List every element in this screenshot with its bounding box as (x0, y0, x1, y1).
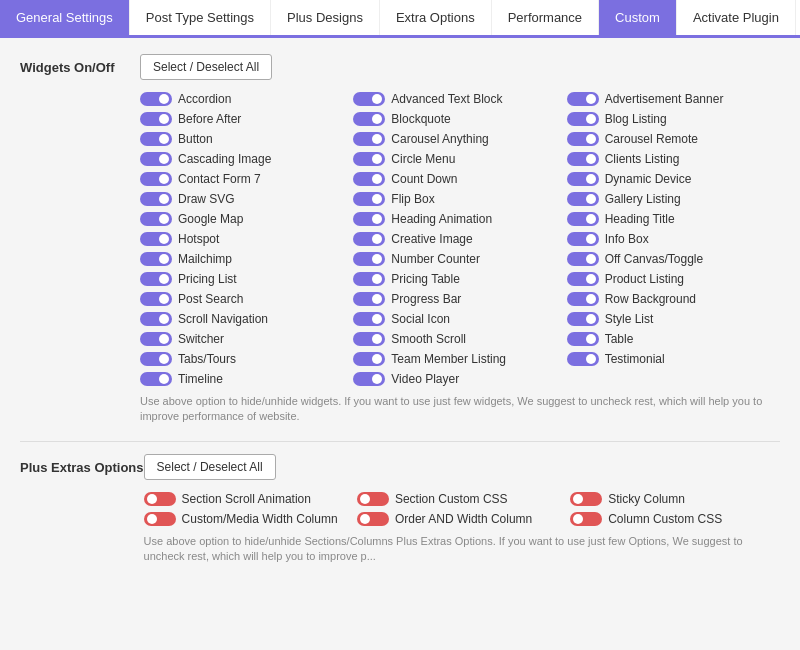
widget-toggle[interactable] (353, 232, 385, 246)
widget-toggle[interactable] (353, 192, 385, 206)
widget-toggle[interactable] (353, 152, 385, 166)
nav-activate-plugin[interactable]: Activate Plugin (677, 0, 796, 35)
widget-toggle[interactable] (140, 372, 172, 386)
widget-toggle[interactable] (140, 132, 172, 146)
widget-item: Mailchimp (140, 252, 343, 266)
widget-toggle[interactable] (353, 372, 385, 386)
extra-item: Order AND Width Column (357, 512, 560, 526)
extra-label: Order AND Width Column (395, 512, 532, 526)
widget-toggle[interactable] (567, 292, 599, 306)
widget-toggle[interactable] (140, 212, 172, 226)
top-navigation: General Settings Post Type Settings Plus… (0, 0, 800, 38)
widget-toggle[interactable] (353, 132, 385, 146)
widget-toggle[interactable] (567, 112, 599, 126)
section-divider (20, 441, 780, 442)
extra-toggle[interactable] (570, 492, 602, 506)
widget-toggle[interactable] (567, 232, 599, 246)
extra-toggle[interactable] (570, 512, 602, 526)
widget-item: Product Listing (567, 272, 770, 286)
widget-toggle[interactable] (140, 112, 172, 126)
widget-toggle[interactable] (353, 352, 385, 366)
nav-extra-options[interactable]: Extra Options (380, 0, 492, 35)
extras-help-text: Use above option to hide/unhide Sections… (144, 534, 774, 565)
widget-item: Advertisement Banner (567, 92, 770, 106)
widget-toggle[interactable] (353, 112, 385, 126)
widget-toggle[interactable] (353, 312, 385, 326)
widget-toggle[interactable] (567, 332, 599, 346)
widget-item: Style List (567, 312, 770, 326)
widget-item: Testimonial (567, 352, 770, 366)
widget-label: Table (605, 332, 634, 346)
extra-label: Custom/Media Width Column (182, 512, 338, 526)
widget-toggle[interactable] (567, 212, 599, 226)
widget-toggle[interactable] (567, 352, 599, 366)
widget-toggle[interactable] (140, 152, 172, 166)
widget-toggle[interactable] (140, 272, 172, 286)
widget-toggle[interactable] (140, 192, 172, 206)
widget-toggle[interactable] (140, 332, 172, 346)
widget-item: Post Search (140, 292, 343, 306)
widget-label: Before After (178, 112, 241, 126)
widget-item: Clients Listing (567, 152, 770, 166)
widget-toggle[interactable] (353, 92, 385, 106)
widget-label: Draw SVG (178, 192, 235, 206)
widget-label: Row Background (605, 292, 696, 306)
widget-toggle[interactable] (567, 252, 599, 266)
widget-toggle[interactable] (140, 252, 172, 266)
nav-about[interactable]: About (796, 0, 800, 35)
extra-toggle[interactable] (144, 492, 176, 506)
widget-item: Number Counter (353, 252, 556, 266)
widget-toggle[interactable] (567, 272, 599, 286)
widget-item: Carousel Anything (353, 132, 556, 146)
widget-toggle[interactable] (353, 272, 385, 286)
widget-item: Draw SVG (140, 192, 343, 206)
widget-toggle[interactable] (140, 92, 172, 106)
widget-toggle[interactable] (353, 212, 385, 226)
widget-toggle[interactable] (567, 312, 599, 326)
widget-toggle[interactable] (140, 172, 172, 186)
nav-custom[interactable]: Custom (599, 0, 677, 35)
nav-post-type-settings[interactable]: Post Type Settings (130, 0, 271, 35)
widget-toggle[interactable] (140, 232, 172, 246)
widget-item: Switcher (140, 332, 343, 346)
extra-toggle[interactable] (357, 512, 389, 526)
widget-toggle[interactable] (567, 92, 599, 106)
plus-extras-section: Plus Extras Options Select / Deselect Al… (20, 454, 780, 565)
nav-plus-designs[interactable]: Plus Designs (271, 0, 380, 35)
widget-toggle[interactable] (567, 152, 599, 166)
widget-toggle[interactable] (353, 252, 385, 266)
extra-toggle[interactable] (357, 492, 389, 506)
widget-item: Table (567, 332, 770, 346)
widget-toggle[interactable] (140, 312, 172, 326)
widget-toggle[interactable] (353, 332, 385, 346)
extras-select-deselect-btn[interactable]: Select / Deselect All (144, 454, 276, 480)
widget-label: Contact Form 7 (178, 172, 261, 186)
widget-toggle[interactable] (140, 292, 172, 306)
nav-general-settings[interactable]: General Settings (0, 0, 130, 35)
widget-label: Google Map (178, 212, 243, 226)
widget-item: Heading Title (567, 212, 770, 226)
widget-toggle[interactable] (353, 292, 385, 306)
widget-toggle[interactable] (567, 132, 599, 146)
widgets-select-deselect-btn[interactable]: Select / Deselect All (140, 54, 272, 80)
widget-item: Creative Image (353, 232, 556, 246)
widget-toggle[interactable] (140, 352, 172, 366)
extra-label: Section Scroll Animation (182, 492, 311, 506)
widget-toggle[interactable] (567, 172, 599, 186)
extra-item: Sticky Column (570, 492, 773, 506)
widget-toggle[interactable] (353, 172, 385, 186)
widgets-section-label: Widgets On/Off (20, 54, 140, 75)
nav-performance[interactable]: Performance (492, 0, 599, 35)
widget-toggle[interactable] (567, 192, 599, 206)
widget-label: Smooth Scroll (391, 332, 466, 346)
widget-label: Off Canvas/Toggle (605, 252, 704, 266)
widget-label: Button (178, 132, 213, 146)
widgets-help-text: Use above option to hide/unhide widgets.… (140, 394, 770, 425)
widget-item: Video Player (353, 372, 556, 386)
widget-item: Social Icon (353, 312, 556, 326)
widget-item: Off Canvas/Toggle (567, 252, 770, 266)
widget-label: Dynamic Device (605, 172, 692, 186)
widget-label: Flip Box (391, 192, 434, 206)
extra-toggle[interactable] (144, 512, 176, 526)
widget-label: Accordion (178, 92, 231, 106)
